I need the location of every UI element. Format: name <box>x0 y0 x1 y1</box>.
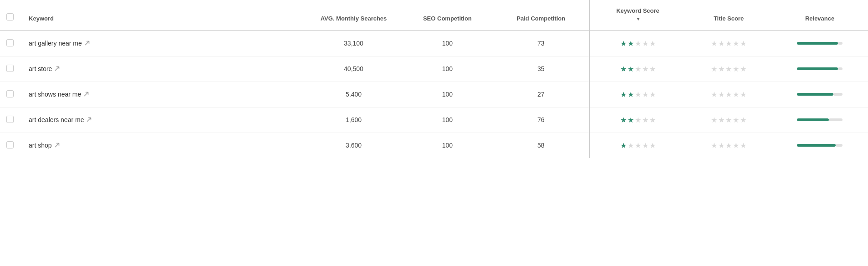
row-seo-competition: 100 <box>402 107 493 133</box>
row-keyword-cell: art shop <box>21 133 306 158</box>
row-keyword-cell: art gallery near me <box>21 31 306 56</box>
star-empty: ★ <box>635 141 641 150</box>
header-keyword-score-label: Keyword Score <box>616 7 659 14</box>
star-empty: ★ <box>733 90 739 99</box>
row-checkbox-cell[interactable] <box>0 56 21 82</box>
header-title-score-label: Title Score <box>714 15 744 22</box>
row-checkbox[interactable] <box>6 116 14 123</box>
relevance-bar-container <box>777 144 863 147</box>
star-filled: ★ <box>628 65 634 73</box>
table-header-row: Keyword AVG. Monthly Searches SEO Compet… <box>0 0 868 31</box>
row-checkbox-cell[interactable] <box>0 82 21 107</box>
row-avg-monthly-searches: 1,600 <box>306 107 402 133</box>
keyword-score-stars: ★★★★★ <box>620 65 656 73</box>
keyword-text: art shop <box>29 142 52 149</box>
star-empty: ★ <box>635 65 641 73</box>
star-empty: ★ <box>718 90 725 99</box>
external-link-icon[interactable] <box>87 117 92 123</box>
title-score-stars: ★★★★★ <box>711 39 746 48</box>
row-seo-competition: 100 <box>402 133 493 158</box>
relevance-bar-container <box>777 93 863 96</box>
external-link-icon[interactable] <box>55 143 60 148</box>
row-seo-competition: 100 <box>402 31 493 56</box>
keyword-text: art gallery near me <box>29 40 82 47</box>
keyword-score-stars: ★★★★★ <box>620 141 656 150</box>
row-checkbox[interactable] <box>6 90 14 97</box>
row-keyword-score: ★★★★★ <box>589 107 686 133</box>
star-empty: ★ <box>725 116 732 124</box>
row-avg-monthly-searches: 40,500 <box>306 56 402 82</box>
row-keyword-score: ★★★★★ <box>589 31 686 56</box>
star-empty: ★ <box>740 39 746 48</box>
row-checkbox-cell[interactable] <box>0 31 21 56</box>
row-relevance <box>771 56 868 82</box>
star-empty: ★ <box>733 39 739 48</box>
external-link-icon[interactable] <box>84 92 89 97</box>
relevance-bar-empty <box>838 42 842 45</box>
row-avg-monthly-searches: 33,100 <box>306 31 402 56</box>
header-relevance-label: Relevance <box>805 15 834 22</box>
table-row: art shows near me5,40010027★★★★★★★★★★ <box>0 82 868 107</box>
relevance-bar-container <box>777 118 863 121</box>
row-avg-monthly-searches: 3,600 <box>306 133 402 158</box>
keyword-score-stars: ★★★★★ <box>620 116 656 124</box>
header-keyword-score[interactable]: Keyword Score ▼ <box>589 0 686 31</box>
star-empty: ★ <box>635 39 641 48</box>
star-empty: ★ <box>725 65 732 73</box>
star-filled: ★ <box>620 39 627 48</box>
relevance-bar-filled <box>797 67 838 70</box>
star-empty: ★ <box>649 141 656 150</box>
star-empty: ★ <box>635 116 641 124</box>
keyword-table-container: Keyword AVG. Monthly Searches SEO Compet… <box>0 0 868 266</box>
header-paid-label: Paid Competition <box>516 15 565 22</box>
star-empty: ★ <box>718 141 725 150</box>
star-empty: ★ <box>628 141 634 150</box>
keyword-text: art store <box>29 65 52 72</box>
star-filled: ★ <box>628 90 634 99</box>
relevance-bar-empty <box>836 144 842 147</box>
row-keyword-cell: art dealers near me <box>21 107 306 133</box>
header-title-score: Title Score <box>686 0 771 31</box>
star-empty: ★ <box>725 39 732 48</box>
table-row: art store40,50010035★★★★★★★★★★ <box>0 56 868 82</box>
star-empty: ★ <box>711 90 717 99</box>
star-empty: ★ <box>718 116 725 124</box>
row-keyword-cell: art store <box>21 56 306 82</box>
external-link-icon[interactable] <box>55 66 60 72</box>
row-avg-monthly-searches: 5,400 <box>306 82 402 107</box>
row-relevance <box>771 107 868 133</box>
header-avg-label: AVG. Monthly Searches <box>321 15 387 22</box>
row-title-score: ★★★★★ <box>686 56 771 82</box>
row-title-score: ★★★★★ <box>686 107 771 133</box>
table-row: art dealers near me1,60010076★★★★★★★★★★ <box>0 107 868 133</box>
row-checkbox[interactable] <box>6 141 14 148</box>
header-seo-competition: SEO Competition <box>402 0 493 31</box>
keyword-score-stars: ★★★★★ <box>620 39 656 48</box>
row-title-score: ★★★★★ <box>686 133 771 158</box>
star-empty: ★ <box>740 116 746 124</box>
row-checkbox[interactable] <box>6 39 14 46</box>
star-empty: ★ <box>740 65 746 73</box>
row-checkbox-cell[interactable] <box>0 133 21 158</box>
external-link-icon[interactable] <box>85 41 90 46</box>
row-checkbox[interactable] <box>6 65 14 72</box>
title-score-stars: ★★★★★ <box>711 116 746 124</box>
relevance-bar-filled <box>797 144 836 147</box>
keyword-table: Keyword AVG. Monthly Searches SEO Compet… <box>0 0 868 158</box>
star-empty: ★ <box>635 90 641 99</box>
star-empty: ★ <box>718 39 725 48</box>
star-empty: ★ <box>711 39 717 48</box>
keyword-score-stars: ★★★★★ <box>620 90 656 99</box>
star-empty: ★ <box>642 39 648 48</box>
star-filled: ★ <box>620 90 627 99</box>
select-all-checkbox-cell[interactable] <box>0 0 21 31</box>
relevance-bar-empty <box>833 93 842 96</box>
row-checkbox-cell[interactable] <box>0 107 21 133</box>
star-empty: ★ <box>733 116 739 124</box>
row-keyword-cell: art shows near me <box>21 82 306 107</box>
select-all-checkbox[interactable] <box>6 13 14 20</box>
row-title-score: ★★★★★ <box>686 31 771 56</box>
header-relevance: Relevance <box>771 0 868 31</box>
star-filled: ★ <box>628 39 634 48</box>
header-avg-monthly-searches: AVG. Monthly Searches <box>306 0 402 31</box>
